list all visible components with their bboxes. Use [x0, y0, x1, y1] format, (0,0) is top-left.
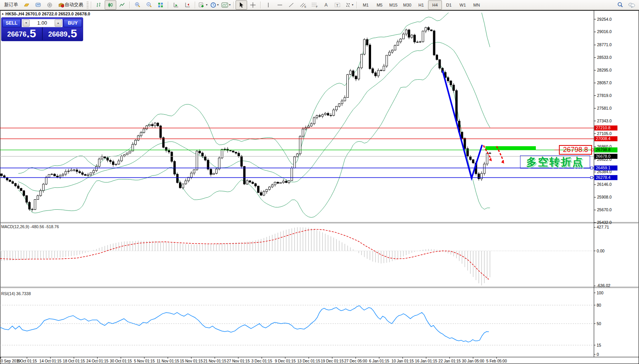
chat-icon[interactable]	[626, 0, 637, 10]
chart-canvas[interactable]: 29254.029016.028771.028533.028295.028057…	[0, 0, 639, 364]
svg-text:27 Nov 01:15: 27 Nov 01:15	[227, 359, 250, 363]
svg-text:11 Nov 01:15: 11 Nov 01:15	[157, 359, 179, 363]
svg-text:24 Oct 01:15: 24 Oct 01:15	[86, 359, 109, 363]
tile-windows-icon[interactable]	[155, 0, 166, 10]
one-click-trading-panel: SELL ▼ 1.00 ▲ BUY 26676.5 26689.5	[1, 17, 83, 41]
svg-text:6 Jan 01:15: 6 Jan 01:15	[369, 359, 390, 363]
svg-text:30 Oct 01:15: 30 Oct 01:15	[110, 359, 132, 363]
svg-text:27819.0: 27819.0	[597, 93, 612, 98]
volume-increase-button[interactable]: ▲	[55, 20, 62, 27]
tab-timeframe-m15[interactable]: M15	[386, 0, 400, 10]
arrows-icon[interactable]: ▾	[343, 0, 355, 10]
signal-icon[interactable]	[44, 0, 55, 10]
price-callout-label[interactable]: 26798.8	[559, 145, 592, 155]
fibo-icon[interactable]: F	[309, 0, 320, 10]
buy-price-main: 26689	[48, 29, 67, 39]
svg-text:25432.0: 25432.0	[597, 220, 612, 225]
zoom-out-icon[interactable]	[143, 0, 155, 10]
tab-timeframe-m1[interactable]: M1	[359, 0, 373, 10]
svg-text:27105.0: 27105.0	[597, 131, 612, 136]
zoom-in-icon[interactable]	[132, 0, 143, 10]
sell-price-main: 26676	[7, 29, 27, 39]
svg-text:E: E	[304, 5, 306, 8]
channel-icon[interactable]: E	[297, 0, 309, 10]
svg-text:50: 50	[597, 321, 601, 326]
svg-text:26278.4: 26278.4	[596, 175, 611, 180]
svg-text:F: F	[316, 5, 318, 8]
volume-decrease-button[interactable]: ▼	[23, 20, 30, 27]
tab-timeframe-m5[interactable]: M5	[373, 0, 386, 10]
vline-icon[interactable]	[263, 0, 274, 10]
bar-chart-icon[interactable]	[93, 0, 105, 10]
buy-button[interactable]: BUY	[64, 19, 82, 27]
svg-text:28057.0: 28057.0	[597, 80, 612, 85]
svg-text:28771.0: 28771.0	[597, 42, 612, 47]
chinese-annotation-text[interactable]: 多空转折点	[520, 155, 590, 169]
svg-text:15 Nov 01:15: 15 Nov 01:15	[180, 359, 203, 363]
svg-text:27343.0: 27343.0	[597, 119, 612, 123]
svg-text:10 Jan 01:15: 10 Jan 01:15	[391, 359, 414, 363]
svg-text:22 Jan 01:15: 22 Jan 01:15	[438, 359, 461, 363]
tab-timeframe-mn[interactable]: MN	[470, 0, 483, 10]
buy-price-frac: .5	[67, 28, 77, 39]
tab-timeframe-w1[interactable]: W1	[456, 0, 470, 10]
hline-icon[interactable]	[274, 0, 286, 10]
trendline-icon[interactable]	[286, 0, 297, 10]
svg-text:25670.0: 25670.0	[597, 207, 612, 212]
auto-trading-button[interactable]: 自动交易	[55, 0, 86, 10]
tab-timeframe-d1[interactable]: D1	[442, 0, 456, 10]
cursor-icon[interactable]	[236, 0, 247, 10]
svg-text:A: A	[325, 2, 328, 8]
mt4-window: 新订单 自动交易 ▾ ▾ ▾ E F A T ▾ M	[0, 0, 639, 364]
symbol-title: HK50-,H4 26701.0 26722.0 26523.0 26678.0	[5, 12, 90, 16]
tab-timeframe-m30[interactable]: M30	[400, 0, 414, 10]
crosshair-icon[interactable]	[247, 0, 259, 10]
svg-text:26678.0: 26678.0	[596, 154, 611, 159]
candlestick-icon[interactable]	[105, 0, 116, 10]
search-icon[interactable]	[614, 0, 626, 10]
svg-text:28295.0: 28295.0	[597, 68, 612, 72]
svg-text:27581.0: 27581.0	[597, 106, 612, 110]
tab-timeframe-h4[interactable]: H4	[428, 0, 442, 10]
line-chart-icon[interactable]	[116, 0, 128, 10]
auto-scroll-icon[interactable]	[170, 0, 182, 10]
svg-text:0: 0	[597, 352, 599, 357]
svg-text:8 Oct 01:15: 8 Oct 01:15	[17, 359, 37, 363]
svg-text:27210.8: 27210.8	[596, 125, 611, 130]
chart-shift-icon[interactable]	[182, 0, 193, 10]
svg-text:28533.0: 28533.0	[597, 55, 612, 60]
svg-text:25908.0: 25908.0	[597, 195, 612, 199]
svg-text:9 Dec 01:15: 9 Dec 01:15	[275, 359, 296, 363]
svg-text:29254.0: 29254.0	[597, 17, 612, 22]
tab-timeframe-h1[interactable]: H1	[414, 0, 428, 10]
sell-button[interactable]: SELL	[2, 19, 21, 27]
svg-text:427.71: 427.71	[597, 225, 609, 229]
text-icon[interactable]: A	[320, 0, 332, 10]
publish-icon[interactable]	[32, 0, 44, 10]
svg-text:0.00: 0.00	[597, 249, 605, 253]
symbol-collapse-icon[interactable]: ▲	[1, 12, 4, 15]
svg-text:27008.4: 27008.4	[596, 136, 611, 141]
label-icon[interactable]: T	[332, 0, 343, 10]
svg-text:13 Dec 01:15: 13 Dec 01:15	[297, 359, 320, 363]
svg-text:27 Dec 05:00: 27 Dec 05:00	[344, 359, 367, 363]
svg-text:18 Oct 01:15: 18 Oct 01:15	[63, 359, 85, 363]
sell-price-button[interactable]: 26676.5	[2, 27, 43, 40]
template-icon[interactable]: ▾	[220, 0, 232, 10]
gold-icon[interactable]	[21, 0, 32, 10]
toolbar: 新订单 自动交易 ▾ ▾ ▾ E F A T ▾ M	[0, 0, 639, 10]
buy-price-button[interactable]: 26689.5	[43, 27, 83, 40]
period-icon[interactable]: ▾	[209, 0, 220, 10]
auto-trading-icon	[58, 2, 65, 8]
svg-text:15: 15	[597, 343, 601, 347]
sell-price-frac: .5	[27, 28, 36, 39]
svg-text:T: T	[336, 3, 339, 7]
new-order-button[interactable]: 新订单	[2, 0, 21, 10]
volume-input[interactable]: ▼ 1.00 ▲	[22, 19, 63, 27]
new-chart-icon[interactable]: ▾	[197, 0, 209, 10]
rsi-indicator-label: RSI(14) 36.7338	[1, 291, 31, 296]
svg-text:80: 80	[597, 303, 601, 307]
svg-text:100: 100	[597, 291, 604, 295]
volume-value: 1.00	[30, 20, 54, 26]
svg-text:5 Feb 05:00: 5 Feb 05:00	[486, 359, 507, 363]
